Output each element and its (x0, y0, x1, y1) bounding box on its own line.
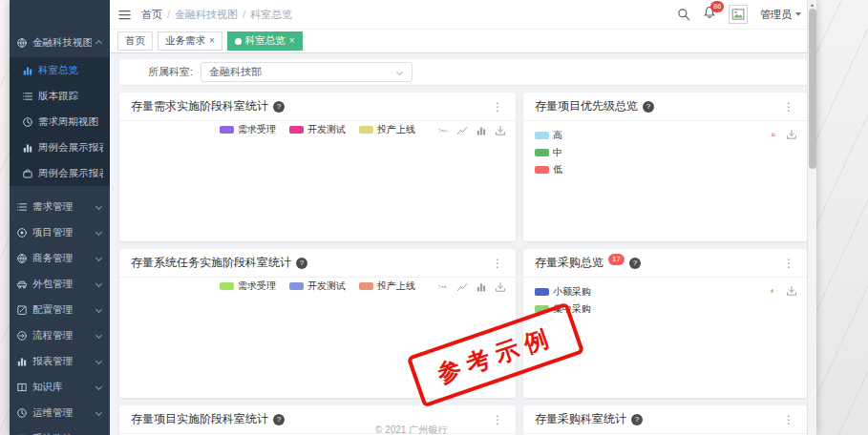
more-menu-icon[interactable]: ⋮ (783, 413, 795, 426)
tab-业务需求[interactable]: 业务需求× (158, 31, 222, 51)
topbar: 首页/金融科技视图/科室总览 86 管理员 (110, 0, 816, 29)
notifications-button[interactable]: 86 (703, 6, 716, 23)
department-select[interactable]: 金融科技部 (201, 62, 413, 82)
legend-item-开发测试[interactable]: 开发测试 (289, 280, 346, 293)
search-icon[interactable] (677, 8, 690, 21)
data-view-icon[interactable]: 0306090120150数量数据管理室150核心业务开发室134571渠道业务… (437, 281, 449, 293)
svg-text:消费金融开发室: 消费金融开发室 (447, 131, 449, 134)
sidebar-group-fintech-view[interactable]: 金融科技视图 (10, 29, 110, 57)
card-project-priority-overview: 存量项目优先级总览 ? ⋮ 高中低 高中低 (523, 93, 807, 241)
sidebar-item-label: 需求管理 (32, 200, 92, 214)
help-icon[interactable]: ? (273, 414, 285, 425)
svg-text:1: 1 (438, 130, 439, 131)
help-icon[interactable]: ? (643, 101, 654, 113)
user-name: 管理员 (760, 8, 792, 22)
sidebar-item-需求周期视图[interactable]: 需求周期视图 (10, 109, 110, 135)
sidebar-menu: 需求管理项目管理商务管理外包管理配置管理流程管理报表管理知识库运维管理系统监控系… (10, 194, 110, 435)
svg-text:120: 120 (437, 285, 438, 286)
chevron-down-icon (95, 409, 102, 416)
legend-item-需求受理[interactable]: 需求受理 (220, 280, 276, 293)
svg-text:57: 57 (446, 286, 447, 287)
download-icon[interactable] (495, 281, 506, 293)
content: 所属科室: 金融科技部 存量需求实施阶段科室统计 ? ⋮ 需求受理开发测试投产上… (110, 53, 816, 435)
sidebar-item-周例会展示报表-项目[interactable]: 周例会展示报表-项目 (10, 135, 110, 160)
more-menu-icon[interactable]: ⋮ (783, 257, 795, 270)
sidebar-item-运维管理[interactable]: 运维管理 (10, 400, 110, 425)
line-chart-toggle-icon[interactable] (456, 125, 468, 136)
svg-text:17: 17 (448, 130, 449, 131)
bar-chart (119, 293, 516, 398)
sidebar-item-商务管理[interactable]: 商务管理 (10, 245, 110, 271)
help-icon[interactable]: ? (273, 101, 285, 113)
sidebar-item-外包管理[interactable]: 外包管理 (10, 271, 110, 297)
chevron-down-icon (95, 280, 102, 287)
card-demand-stage-stats: 存量需求实施阶段科室统计 ? ⋮ 需求受理开发测试投产上线 0102030405… (119, 93, 516, 241)
bar-chart-toggle-icon[interactable] (476, 125, 487, 136)
hamburger-icon[interactable] (117, 8, 132, 22)
help-icon[interactable]: ? (296, 258, 307, 269)
bar-chart (119, 136, 516, 241)
close-icon[interactable]: × (289, 36, 295, 46)
car-icon (16, 279, 28, 290)
scrollbar-thumb[interactable] (809, 9, 816, 169)
sidebar-item-报表管理[interactable]: 报表管理 (10, 348, 110, 374)
close-icon[interactable]: × (209, 36, 215, 46)
svg-text:54: 54 (446, 286, 447, 287)
svg-text:105: 105 (441, 285, 442, 286)
sidebar-item-label: 流程管理 (32, 329, 92, 342)
breadcrumb: 首页/金融科技视图/科室总览 (141, 8, 292, 22)
line-chart-toggle-icon[interactable] (456, 281, 468, 293)
sidebar-item-科室总览[interactable]: 科室总览 (10, 57, 110, 83)
user-menu[interactable]: 管理员 (760, 8, 801, 22)
legend-item-需求受理[interactable]: 需求受理 (220, 123, 276, 136)
briefcase-icon (22, 168, 33, 179)
breadcrumb-item[interactable]: 首页 (141, 8, 162, 22)
more-menu-icon[interactable]: ⋮ (492, 413, 504, 426)
sidebar-item-流程管理[interactable]: 流程管理 (10, 322, 110, 348)
breadcrumb-item[interactable]: 金融科技视图 (175, 8, 238, 22)
avatar[interactable] (729, 5, 748, 24)
chevron-down-icon (95, 358, 102, 364)
sidebar-item-项目管理[interactable]: 项目管理 (10, 219, 110, 245)
donut-chart (523, 121, 807, 241)
sidebar-item-知识库[interactable]: 知识库 (10, 374, 110, 400)
sidebar-item-周例会展示报表-采购[interactable]: 周例会展示报表-采购 (10, 160, 110, 186)
more-menu-icon[interactable]: ⋮ (492, 100, 504, 114)
tab-科室总览[interactable]: 科室总览× (227, 31, 303, 51)
sidebar-item-配置管理[interactable]: 配置管理 (10, 297, 110, 322)
department-select-value: 金融科技部 (209, 65, 262, 79)
help-icon[interactable]: ? (629, 258, 641, 269)
sidebar-item-label: 版本跟踪 (38, 90, 103, 103)
help-icon[interactable]: ? (631, 414, 643, 425)
rose-chart (523, 278, 807, 398)
legend-item-投产上线[interactable]: 投产上线 (359, 280, 415, 293)
scroll-up-arrow[interactable]: ▲ (808, 0, 816, 9)
list-icon (22, 91, 33, 102)
svg-text:134: 134 (440, 285, 441, 286)
target-icon (16, 227, 28, 238)
chart-toolbox: 0306090120150数量数据管理室150核心业务开发室134571渠道业务… (437, 281, 506, 293)
bar-chart-toggle-icon[interactable] (476, 281, 487, 293)
more-menu-icon[interactable]: ⋮ (783, 100, 795, 114)
svg-text:51: 51 (443, 286, 444, 287)
notification-badge: 86 (710, 1, 724, 12)
more-menu-icon[interactable]: ⋮ (492, 257, 504, 270)
tab-首页[interactable]: 首页 (117, 31, 153, 51)
download-icon[interactable] (495, 125, 506, 136)
svg-text:70: 70 (438, 129, 439, 130)
topbar-actions: 86 管理员 (677, 5, 801, 24)
data-view-icon[interactable]: 010203040506070数量数据管理室121核心业务开发室62222渠道业… (437, 125, 449, 136)
filter-bar: 所属科室: 金融科技部 (119, 59, 807, 85)
breadcrumb-item[interactable]: 科室总览 (250, 8, 292, 22)
sidebar-item-需求管理[interactable]: 需求管理 (10, 194, 110, 219)
sidebar-item-label: 科室总览 (38, 64, 103, 77)
sidebar: 金融科技视图 科室总览版本跟踪需求周期视图周例会展示报表-项目周例会展示报表-采… (10, 0, 110, 435)
svg-text:20: 20 (448, 130, 449, 131)
sidebar-item-系统监控[interactable]: 系统监控 (10, 425, 110, 435)
legend-item-投产上线[interactable]: 投产上线 (359, 123, 415, 136)
legend-item-开发测试[interactable]: 开发测试 (289, 123, 346, 136)
sidebar-item-label: 周例会展示报表-采购 (38, 167, 103, 180)
sidebar-item-版本跟踪[interactable]: 版本跟踪 (10, 83, 110, 109)
scrollbar[interactable]: ▲ (807, 0, 816, 435)
bar-chart-icon (22, 142, 33, 154)
